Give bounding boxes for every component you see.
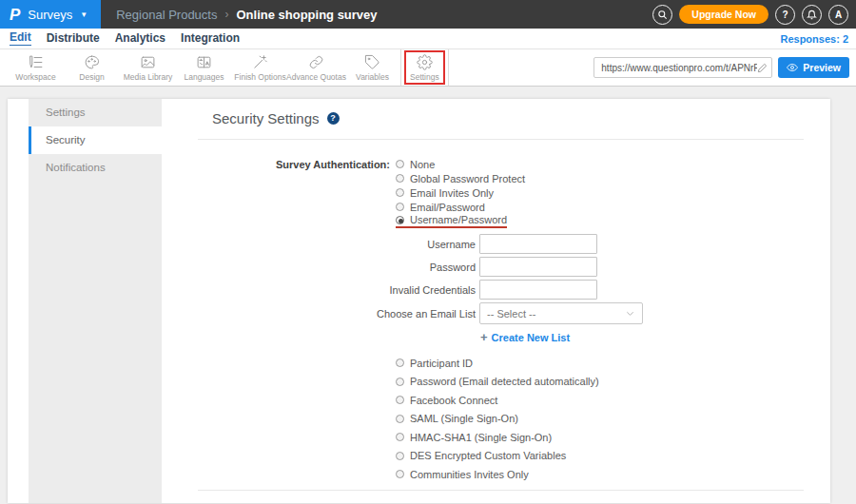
help-question-icon[interactable]: ? xyxy=(327,112,340,125)
credential-fields: Username Password Invalid Credentials Ch… xyxy=(198,234,804,343)
radio-option-password-email-auto[interactable]: Password (Email detected automatically) xyxy=(396,375,599,389)
variables-tag-icon xyxy=(364,54,380,70)
sidebar-item-settings[interactable]: Settings xyxy=(29,99,162,126)
toolbar-item-label: Workspace xyxy=(15,72,55,82)
nav-tab-analytics[interactable]: Analytics xyxy=(115,32,165,45)
nav-tab-integration[interactable]: Integration xyxy=(181,32,240,45)
avatar-initial: A xyxy=(835,10,842,20)
toolbar-item-languages[interactable]: Languages xyxy=(176,54,232,82)
radio-option-email-password[interactable]: Email/Password xyxy=(396,200,485,214)
create-new-list-link[interactable]: + Create New List xyxy=(480,331,570,343)
email-list-row: Choose an Email List -- Select -- xyxy=(198,302,804,324)
radio-icon[interactable] xyxy=(396,470,404,478)
invalid-credentials-row: Invalid Credentials xyxy=(198,280,804,300)
username-label: Username xyxy=(198,239,476,250)
settings-gear-icon xyxy=(417,54,433,70)
nav-tab-distribute[interactable]: Distribute xyxy=(47,32,100,45)
radio-icon[interactable] xyxy=(396,203,404,211)
radio-icon[interactable] xyxy=(396,174,404,183)
radio-option-participant-id[interactable]: Participant ID xyxy=(396,356,473,370)
radio-icon[interactable] xyxy=(396,378,404,386)
radio-option-communities-invites[interactable]: Communities Invites Only xyxy=(396,467,529,481)
account-avatar[interactable]: A xyxy=(828,5,848,25)
password-input[interactable] xyxy=(479,257,597,277)
radio-option-saml[interactable]: SAML (Single Sign-On) xyxy=(396,412,518,426)
radio-icon[interactable] xyxy=(396,359,404,367)
breadcrumb-survey-title: Online shopping survey xyxy=(236,8,377,22)
search-button[interactable] xyxy=(652,5,672,25)
preview-button[interactable]: Preview xyxy=(778,57,849,78)
email-list-label: Choose an Email List xyxy=(198,308,476,320)
toolbar-item-workspace[interactable]: Workspace xyxy=(8,54,64,82)
divider xyxy=(198,139,804,140)
email-list-select[interactable]: -- Select -- xyxy=(479,302,643,324)
notifications-button[interactable] xyxy=(802,5,822,25)
notifications-bell-icon xyxy=(807,10,817,20)
radio-option-label: None xyxy=(410,159,435,170)
preview-label: Preview xyxy=(803,62,841,73)
radio-option-none[interactable]: None xyxy=(396,157,435,171)
toolbar-item-variables[interactable]: Variables xyxy=(344,54,400,82)
settings-sidebar: Settings Security Notifications xyxy=(29,99,162,503)
radio-option-label: Participant ID xyxy=(410,358,473,369)
radio-icon[interactable] xyxy=(396,415,404,423)
radio-option-global-password[interactable]: Global Password Protect xyxy=(396,171,525,185)
username-input[interactable] xyxy=(479,234,597,254)
toolbar-item-media-library[interactable]: Media Library xyxy=(120,54,176,82)
toolbar-item-label: Variables xyxy=(356,72,389,82)
chevron-down-icon: ▼ xyxy=(80,10,88,19)
radio-icon[interactable] xyxy=(396,396,404,404)
toolbar-divider xyxy=(448,49,449,86)
radio-icon[interactable] xyxy=(396,160,404,168)
radio-option-username-password[interactable]: Username/Password xyxy=(396,214,507,228)
upgrade-now-button[interactable]: Upgrade Now xyxy=(679,5,768,24)
radio-option-label: Global Password Protect xyxy=(410,173,525,184)
surveys-menu-label: Surveys xyxy=(28,8,72,22)
breadcrumb: Regional Products › Online shopping surv… xyxy=(116,8,377,22)
password-row: Password xyxy=(198,257,804,277)
toolbar-item-advance-quotas[interactable]: Advance Quotas xyxy=(288,54,344,82)
sidebar-item-security[interactable]: Security xyxy=(29,126,162,154)
radio-option-des-encrypted[interactable]: DES Encrypted Custom Variables xyxy=(396,449,566,463)
questionpro-logo-icon: P xyxy=(10,7,20,23)
page-title: Security Settings xyxy=(212,110,320,126)
edit-pencil-icon[interactable] xyxy=(757,63,768,73)
help-button[interactable]: ? xyxy=(775,5,795,25)
invalid-credentials-input[interactable] xyxy=(479,280,597,300)
radio-option-label: Password (Email detected automatically) xyxy=(410,376,599,387)
nav-tab-edit[interactable]: Edit xyxy=(10,31,31,46)
toolbar-item-finish-options[interactable]: Finish Options xyxy=(232,54,288,82)
divider xyxy=(198,490,804,491)
survey-authentication-row: Survey Authentication: None Global Passw… xyxy=(198,157,804,228)
toolbar-item-label: Settings xyxy=(410,72,439,82)
radio-icon-checked[interactable] xyxy=(396,216,404,224)
media-library-icon xyxy=(140,54,156,70)
survey-nav-bar: Edit Distribute Analytics Integration Re… xyxy=(0,29,856,49)
radio-icon[interactable] xyxy=(396,188,404,197)
radio-icon[interactable] xyxy=(396,452,404,460)
toolbar-divider xyxy=(400,49,401,86)
survey-url-field[interactable]: https://www.questionpro.com/t/APNrFZ xyxy=(593,57,772,78)
username-row: Username xyxy=(198,234,804,254)
breadcrumb-folder[interactable]: Regional Products xyxy=(116,8,217,22)
security-settings-panel: Security Settings ? Survey Authenticatio… xyxy=(162,99,830,503)
header-actions: Upgrade Now ? A xyxy=(652,5,856,25)
sidebar-item-notifications[interactable]: Notifications xyxy=(29,154,162,182)
plus-icon: + xyxy=(480,331,488,343)
surveys-menu[interactable]: P Surveys ▼ xyxy=(0,0,101,29)
toolbar-item-label: Advance Quotas xyxy=(286,72,346,82)
title-row: Security Settings ? xyxy=(212,107,804,129)
radio-option-email-invites[interactable]: Email Invites Only xyxy=(396,185,494,200)
edit-toolbar: Workspace Design Media Library Languages… xyxy=(0,49,856,87)
radio-option-facebook-connect[interactable]: Facebook Connect xyxy=(396,393,497,407)
radio-icon[interactable] xyxy=(396,433,404,441)
finish-options-wand-icon xyxy=(252,54,268,70)
languages-icon xyxy=(196,54,212,70)
workspace-icon xyxy=(28,54,44,70)
radio-option-hmac-sha1[interactable]: HMAC-SHA1 (Single Sign-On) xyxy=(396,430,552,444)
toolbar-item-design[interactable]: Design xyxy=(64,54,120,82)
toolbar-item-settings[interactable]: Settings xyxy=(404,50,445,85)
help-icon: ? xyxy=(782,10,788,20)
responses-count[interactable]: Responses: 2 xyxy=(780,33,848,45)
survey-url-text: https://www.questionpro.com/t/APNrFZ xyxy=(601,63,757,73)
